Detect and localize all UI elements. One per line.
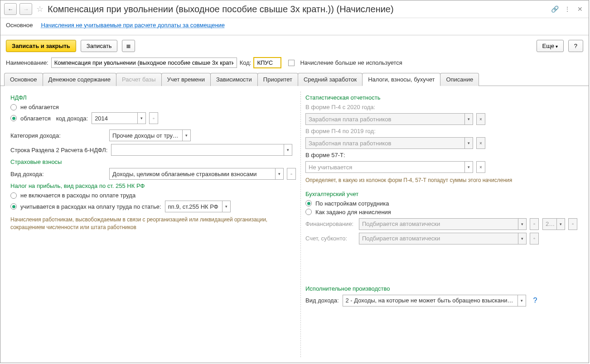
p4-2019-label: В форме П-4 по 2019 год: (305, 128, 579, 134)
subnav-link[interactable]: Начисления не учитываемые при расчете до… (41, 22, 225, 29)
tab-base[interactable]: Расчет базы (116, 73, 162, 86)
acc2-select: 211 ▾ (542, 218, 565, 230)
tab-priority[interactable]: Приоритет (257, 73, 298, 86)
ndfl-no-label: не облагается (20, 104, 59, 110)
help-icon[interactable]: ? (533, 297, 537, 305)
ndfl-cat-label: Категория дохода: (10, 132, 106, 139)
tab-main[interactable]: Основное (4, 73, 43, 86)
chevron-down-icon[interactable]: ▾ (137, 113, 145, 124)
ndfl-yes-label: облагается (20, 115, 51, 122)
link-icon[interactable]: 🔗 (550, 4, 560, 14)
ndfl-title: НДФЛ (10, 94, 296, 101)
fin-label: Финансирование: (305, 220, 355, 227)
chevron-down-icon: ▾ (518, 219, 526, 230)
p4-2019-select: Заработная плата работников ▾ (305, 137, 473, 149)
p4-2020-label: В форме П-4 с 2020 года: (305, 104, 579, 110)
tab-deps[interactable]: Зависимости (210, 73, 258, 86)
close-icon[interactable]: ✕ (575, 4, 585, 14)
ndfl-cat-select[interactable]: Прочие доходы от трудов ▾ (109, 129, 191, 141)
kebab-menu-icon[interactable]: ⋮ (562, 4, 572, 14)
insurance-kind-select[interactable]: Доходы, целиком облагаемые страховыми вз… (109, 168, 284, 180)
chevron-down-icon[interactable]: ▾ (517, 295, 526, 306)
more-button[interactable]: Еще (537, 40, 564, 52)
chevron-down-icon[interactable]: ▾ (222, 201, 230, 212)
ndfl-radio-yes[interactable] (10, 115, 17, 121)
acct-accr-label: Как задано для начисления (315, 209, 391, 216)
save-close-button[interactable]: Записать и закрыть (6, 40, 76, 52)
chevron-down-icon: ▾ (464, 138, 473, 148)
favorite-star-icon[interactable]: ☆ (35, 4, 45, 14)
exec-kind-label: Вид дохода: (305, 297, 339, 304)
name-label: Наименование: (6, 59, 48, 66)
stat-title: Статистическая отчетность (305, 94, 579, 101)
window-title: Компенсация при увольнении (выходное пос… (48, 4, 547, 14)
chevron-down-icon[interactable]: ▾ (182, 130, 190, 141)
help-button[interactable]: ? (568, 40, 583, 52)
acct-emp-label: По настройкам сотрудника (315, 200, 389, 207)
tab-bar: Основное Денежное содержание Расчет базы… (0, 72, 589, 86)
ndfl-row6-select[interactable]: ▾ (111, 144, 292, 156)
list-icon-button[interactable]: ≣ (122, 40, 135, 52)
acct-select: Подбирается автоматически ▾ (359, 233, 527, 244)
ndfl-row6-label: Строка Раздела 2 Расчета 6-НДФЛ: (10, 147, 107, 153)
open-icon[interactable]: ▫ (149, 112, 158, 124)
ndfl-radio-no[interactable] (10, 104, 17, 110)
open-icon[interactable]: ▫ (287, 168, 296, 180)
chevron-down-icon: ▾ (518, 233, 526, 244)
profit-yes-label: учитывается в расходах на оплату труда п… (20, 203, 161, 210)
f57-label: В форме 57-Т: (305, 152, 579, 158)
chevron-down-icon[interactable]: ▾ (464, 162, 473, 172)
chevron-down-icon: ▾ (464, 114, 473, 125)
acct-radio-accr[interactable] (305, 209, 312, 215)
chevron-down-icon: ▾ (556, 219, 565, 230)
code-input[interactable] (254, 57, 281, 68)
insurance-title: Страховые взносы (10, 158, 296, 165)
profit-article-select[interactable]: пп.9, ст.255 НК РФ ▾ (165, 201, 231, 212)
f57-select[interactable]: Не учитывается ▾ (305, 161, 473, 173)
open-icon: ▫ (530, 233, 539, 244)
tab-taxes[interactable]: Налоги, взносы, бухучет (362, 73, 440, 86)
ndfl-code-label: код дохода: (56, 115, 88, 122)
save-button[interactable]: Записать (81, 40, 118, 52)
nav-back-button[interactable]: ← (4, 3, 17, 15)
acct-label: Счет, субконто: (305, 235, 355, 242)
p4-2020-select: Заработная плата работников ▾ (305, 113, 473, 125)
tab-desc[interactable]: Описание (440, 73, 479, 86)
profit-note: Начисления работникам, высвобождаемым в … (10, 216, 296, 231)
not-used-checkbox[interactable] (288, 60, 295, 66)
exec-kind-select[interactable]: 2 - Доходы, на которые не может быть обр… (343, 295, 526, 307)
profit-radio-no[interactable] (10, 192, 17, 199)
acct-radio-emp[interactable] (305, 200, 312, 206)
name-input[interactable] (51, 57, 237, 68)
chevron-down-icon[interactable]: ▾ (284, 144, 292, 155)
nav-forward-button[interactable]: → (19, 3, 32, 15)
exec-title: Исполнительное производство (305, 285, 579, 292)
subnav-main[interactable]: Основное (6, 22, 33, 29)
tab-money[interactable]: Денежное содержание (43, 73, 116, 86)
ndfl-code-select[interactable]: 2014 ▾ (92, 112, 146, 124)
tab-time[interactable]: Учет времени (161, 73, 211, 86)
clear-icon: × (476, 137, 485, 149)
code-label: Код: (240, 59, 251, 66)
insurance-kind-label: Вид дохода: (10, 171, 106, 177)
open-icon: ▫ (530, 218, 539, 230)
profit-radio-yes[interactable] (10, 203, 17, 210)
fin-select: Подбирается автоматически ▾ (359, 218, 527, 230)
chevron-down-icon[interactable]: ▾ (275, 168, 283, 179)
stat-note: Определяет, в какую из колонок форм П-4,… (305, 177, 579, 184)
profit-no-label: не включается в расходы по оплате труда (20, 192, 135, 199)
open-icon: ▫ (568, 218, 577, 230)
profit-title: Налог на прибыль, вид расхода по ст. 255… (10, 182, 296, 189)
accounting-title: Бухгалтерский учет (305, 191, 579, 197)
tab-avg[interactable]: Средний заработок (298, 73, 363, 86)
clear-icon[interactable]: × (476, 161, 485, 173)
clear-icon: × (476, 113, 485, 125)
not-used-label: Начисление больше не используется (300, 59, 402, 66)
